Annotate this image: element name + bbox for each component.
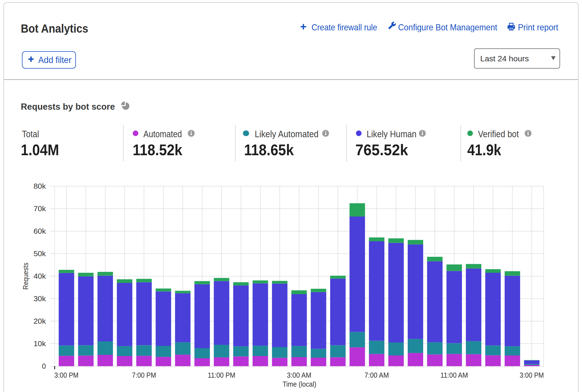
- svg-text:80k: 80k: [33, 182, 46, 190]
- svg-text:30k: 30k: [33, 295, 46, 303]
- svg-text:7:00 AM: 7:00 AM: [364, 371, 389, 379]
- svg-text:0: 0: [42, 362, 46, 370]
- svg-text:3:00 PM: 3:00 PM: [520, 371, 544, 379]
- svg-text:11:00 PM: 11:00 PM: [208, 371, 235, 379]
- svg-text:Requests: Requests: [22, 263, 30, 290]
- svg-text:3:00 PM: 3:00 PM: [54, 371, 78, 379]
- svg-text:10k: 10k: [33, 340, 46, 348]
- svg-text:70k: 70k: [33, 205, 46, 213]
- svg-text:40k: 40k: [33, 272, 46, 280]
- svg-text:3:00 AM: 3:00 AM: [287, 371, 311, 379]
- svg-text:7:00 PM: 7:00 PM: [132, 371, 156, 379]
- svg-text:Time (local): Time (local): [283, 380, 316, 388]
- svg-text:11:00 AM: 11:00 AM: [441, 371, 468, 379]
- svg-text:20k: 20k: [33, 317, 46, 325]
- svg-text:50k: 50k: [33, 250, 46, 258]
- svg-text:60k: 60k: [33, 227, 46, 235]
